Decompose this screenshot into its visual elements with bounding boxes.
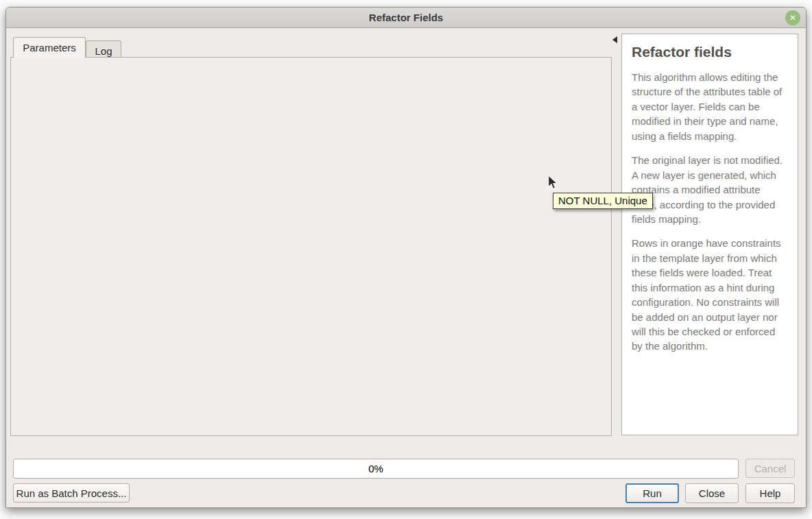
- parameters-panel: [10, 57, 612, 436]
- help-title: Refactor fields: [632, 44, 788, 60]
- collapse-help-icon[interactable]: [612, 36, 617, 43]
- close-button-label: Close: [699, 487, 725, 499]
- cancel-button: Cancel: [745, 459, 795, 478]
- help-paragraph: This algorithm allows editing the struct…: [632, 70, 788, 143]
- tab-log-label: Log: [95, 45, 112, 57]
- progress-value: 0%: [368, 463, 383, 474]
- close-window-icon[interactable]: ✕: [785, 10, 800, 25]
- help-button-label: Help: [760, 487, 781, 499]
- tab-log[interactable]: Log: [86, 40, 121, 58]
- help-panel: Refactor fields This algorithm allows ed…: [621, 34, 798, 435]
- help-paragraph: Rows in orange have constraints in the t…: [632, 236, 788, 354]
- help-button[interactable]: Help: [745, 483, 795, 503]
- run-as-batch-label: Run as Batch Process...: [16, 487, 127, 499]
- run-button-label: Run: [643, 487, 662, 499]
- cancel-button-label: Cancel: [754, 463, 787, 474]
- tab-parameters[interactable]: Parameters: [13, 37, 86, 58]
- close-button[interactable]: Close: [685, 483, 739, 503]
- run-as-batch-button[interactable]: Run as Batch Process...: [13, 483, 130, 503]
- progress-bar: 0%: [13, 459, 739, 479]
- constraints-tooltip: NOT NULL, Unique: [553, 193, 653, 209]
- tab-parameters-label: Parameters: [23, 42, 76, 53]
- mouse-cursor: [547, 175, 558, 193]
- window-title: Refactor Fields: [369, 12, 443, 23]
- titlebar[interactable]: Refactor Fields ✕: [6, 8, 806, 28]
- help-paragraphs: This algorithm allows editing the struct…: [632, 70, 788, 354]
- run-button[interactable]: Run: [625, 483, 679, 503]
- help-paragraph: The original layer is not modified. A ne…: [632, 153, 788, 226]
- refactor-fields-dialog: Refactor Fields ✕ Parameters Log Input l…: [5, 7, 807, 508]
